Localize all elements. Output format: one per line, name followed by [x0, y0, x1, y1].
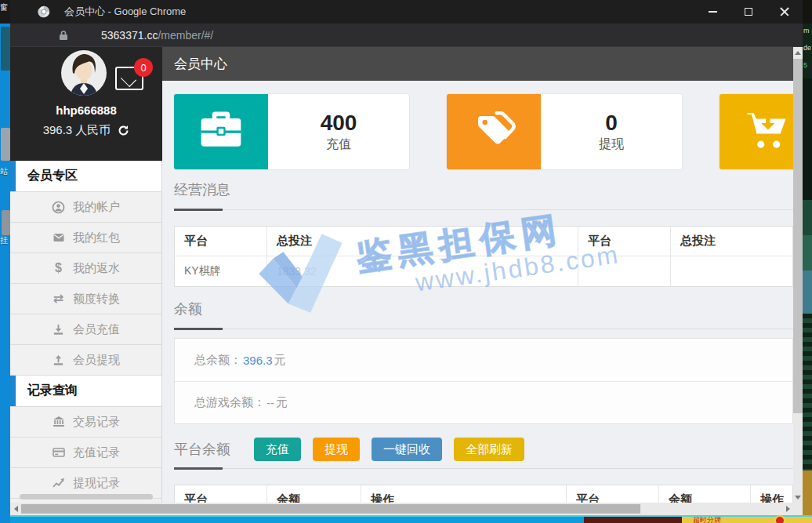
mail-badge: 0: [134, 58, 153, 77]
refresh-all-button[interactable]: 全部刷新: [454, 438, 524, 461]
total-balance-label: 总余额：: [194, 353, 241, 368]
total-balance-unit: 元: [274, 353, 286, 368]
sidebar-item-label: 会员充值: [73, 322, 120, 337]
column-header: 平台: [578, 227, 671, 256]
scrollbar-corner: [793, 503, 803, 515]
sidebar-item-label: 我的红包: [73, 231, 120, 245]
column-header: 平台: [567, 485, 659, 503]
desktop-recycle-bin-fragment: [1, 128, 10, 161]
table-row: KY棋牌 1833.32: [175, 256, 792, 286]
sidebar-item-label: 我的返水: [73, 261, 120, 276]
url-path: /member/#/: [158, 29, 213, 42]
column-header: 总投注: [671, 227, 792, 256]
sidebar-item-member-deposit[interactable]: 会员充值: [10, 314, 161, 345]
platform-section-title: 平台余额: [174, 440, 230, 459]
deposit-count: 400: [321, 111, 357, 136]
avatar: [60, 49, 107, 96]
withdraw-stat-card: 0 提现: [447, 94, 682, 169]
account-balance: 396.3 人民币: [43, 123, 111, 138]
card-icon: [52, 446, 65, 459]
column-header: 平台: [175, 485, 267, 503]
sidebar-item-label: 提现记录: [73, 476, 120, 491]
desktop-left-edge: 窗 站 挂: [0, 0, 10, 523]
business-section-title: 经营消息: [174, 180, 793, 199]
balance-box: 总余额： 396.3 元 总游戏余额： -- 元: [174, 338, 793, 424]
desktop-window-fragment: [584, 517, 682, 523]
minimize-button[interactable]: [694, 0, 730, 24]
minimize-icon: [709, 11, 717, 13]
profile-panel: 0 hhp666888 396.3 人民币: [10, 47, 162, 161]
sidebar-section-member: 会员专区: [10, 161, 161, 192]
withdraw-icon: [52, 354, 65, 367]
refresh-icon[interactable]: [118, 125, 129, 136]
scroll-right-arrow[interactable]: [782, 503, 793, 515]
sidebar-item-transaction-records[interactable]: 交易记录: [10, 407, 161, 438]
close-button[interactable]: [767, 0, 803, 24]
column-header: 余额: [267, 485, 361, 503]
deposit-button[interactable]: 充值: [254, 438, 301, 461]
cart-stat-card: [720, 94, 793, 169]
sidebar-scrollbar-thumb[interactable]: [20, 494, 153, 499]
close-icon: [780, 7, 789, 16]
scroll-left-arrow[interactable]: [10, 503, 21, 515]
vertical-scrollbar-thumb[interactable]: [793, 59, 803, 413]
chrome-logo-icon: [38, 5, 50, 18]
withdraw-label: 提现: [599, 136, 624, 153]
page-header: 会员中心: [162, 47, 793, 81]
scroll-down-arrow[interactable]: [793, 492, 803, 503]
sidebar-item-my-redpacket[interactable]: 我的红包: [10, 223, 161, 253]
desktop-icon-fragment: 窗: [0, 2, 8, 14]
desktop-icon-label-fragment: 挂: [0, 235, 8, 246]
user-icon: [52, 201, 65, 214]
maximize-icon: [745, 8, 752, 16]
sidebar-item-deposit-records[interactable]: 充值记录: [10, 438, 161, 468]
column-header: 总投注: [267, 227, 578, 256]
horizontal-scrollbar[interactable]: [10, 503, 793, 515]
content-body: 400 充值: [162, 81, 793, 503]
sidebar-section-records: 记录查询: [10, 376, 161, 407]
page-title: 会员中心: [174, 55, 227, 73]
sidebar-item-label: 充值记录: [73, 445, 120, 460]
withdraw-button[interactable]: 提现: [313, 438, 360, 461]
desktop-icon-label-fragment: 站: [0, 166, 8, 177]
sidebar-item-my-rebate[interactable]: $ 我的返水: [10, 253, 161, 284]
business-table: 平台 总投注 平台 总投注 KY棋牌 1833.32: [174, 226, 793, 287]
sidebar-item-member-withdraw[interactable]: 会员提现: [10, 345, 161, 376]
balance-section-title: 余额: [174, 300, 793, 318]
platform-cell: [578, 256, 671, 286]
sidebar: 0 hhp666888 396.3 人民币 会员专区: [10, 47, 162, 503]
horizontal-scrollbar-thumb[interactable]: [21, 504, 640, 514]
desktop-bottom-edge: 超时分牌: [10, 515, 812, 523]
url-domain: 5363371.cc: [101, 29, 158, 42]
column-header: 操作: [751, 485, 792, 503]
dollar-icon: $: [52, 262, 65, 275]
one-key-recycle-button[interactable]: 一键回收: [372, 438, 442, 461]
game-balance-value: --: [266, 396, 274, 409]
desktop-text-fragment: de: [803, 44, 811, 52]
desktop-icon-fragment: [1, 27, 10, 71]
bank-icon: [52, 416, 65, 429]
envelope-icon: [52, 231, 65, 245]
screen: 窗 站 挂 m de 5 超时分牌: [0, 0, 812, 523]
scroll-up-arrow[interactable]: [793, 47, 803, 58]
total-balance-value: 396.3: [243, 354, 273, 367]
desktop-icon-fragment: [2, 210, 10, 235]
lock-icon[interactable]: [59, 30, 68, 41]
game-balance-label: 总游戏余额：: [194, 395, 265, 410]
sidebar-item-label: 交易记录: [73, 415, 120, 430]
chart-icon: [52, 477, 65, 490]
column-header: 平台: [175, 227, 267, 256]
main-content: 会员中心: [162, 47, 793, 503]
vertical-scrollbar[interactable]: [793, 47, 803, 503]
sidebar-menu: 会员专区 我的帐户: [10, 161, 162, 503]
platform-balance-table: 平台 余额 操作 平台 余额 操作: [174, 485, 793, 503]
desktop-text-fragment: m: [803, 27, 810, 35]
maximize-button[interactable]: [730, 0, 767, 24]
window-title: 会员中心 - Google Chrome: [64, 5, 186, 19]
address-bar[interactable]: 5363371.cc/member/#/: [10, 24, 803, 47]
stat-cards: 400 充值: [174, 94, 793, 169]
deposit-label: 充值: [326, 136, 351, 153]
sidebar-item-my-account[interactable]: 我的帐户: [10, 192, 161, 223]
sidebar-item-quota-transfer[interactable]: ⇄ 额度转换: [10, 284, 161, 314]
deposit-stat-card: 400 充值: [174, 94, 409, 169]
